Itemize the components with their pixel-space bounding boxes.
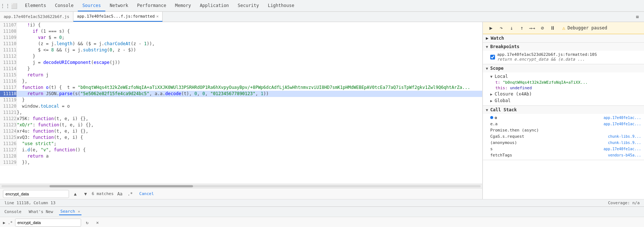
resume-button[interactable]: ▶ bbox=[487, 24, 495, 32]
step-button[interactable]: →→ bbox=[528, 24, 536, 32]
breakpoints-arrow: ▼ bbox=[486, 45, 488, 49]
tab-sources[interactable]: Sources bbox=[78, 0, 105, 11]
line-number: 11112 bbox=[0, 53, 17, 60]
call-stack-content: o app.17e40fe1ac... e.a app.17e40fe1ac..… bbox=[483, 114, 644, 160]
dock-icon[interactable]: ⋮⋮ bbox=[1, 2, 9, 10]
active-frame-dot bbox=[490, 116, 493, 119]
call-stack-item[interactable]: CgaS.s.request chunk-libs.9... bbox=[490, 133, 641, 140]
call-stack-file: chunk-libs.9... bbox=[608, 141, 641, 145]
table-row: 11112 } bbox=[0, 53, 482, 60]
window-icon[interactable]: ⬜ bbox=[10, 2, 18, 10]
scope-val-t: "b0nqtWHqs4t32kZeWEzfoNqIA+aTiXX... bbox=[503, 80, 588, 85]
bottom-tab-search[interactable]: Search ✕ bbox=[59, 208, 82, 215]
line-code: (z = j.length) && ($ = j.charCodeAt(z - … bbox=[17, 41, 482, 47]
split-view-icon[interactable]: ⊞ bbox=[634, 13, 641, 21]
panel-scrollable[interactable]: ▶ Watch ▼ Breakpoints app.17e40fe1ac523d… bbox=[483, 34, 644, 199]
line-number: 11122 bbox=[0, 116, 17, 122]
tab-network[interactable]: Network bbox=[105, 0, 133, 11]
local-vars: t: "b0nqtWHqs4t32kZeWEzfoNqIA+aTiXX... t… bbox=[490, 80, 641, 91]
global-header[interactable]: ▶ Global bbox=[490, 97, 641, 104]
scope-key-t: t: bbox=[495, 80, 500, 85]
local-header[interactable]: ▼ Local bbox=[490, 73, 641, 80]
bottom-tab-whats-new[interactable]: What's New bbox=[27, 209, 54, 215]
search-refresh-button[interactable]: ↻ bbox=[83, 219, 91, 227]
bottom-tabs: Console What's New Search ✕ bbox=[0, 206, 644, 217]
right-panel: ▶ ↷ ↓ ↑ →→ ⊘ ⏸ ⚠ Debugger paused ▶ Watch bbox=[483, 22, 644, 199]
call-stack-header[interactable]: ▼ Call Stack bbox=[483, 106, 644, 114]
call-stack-item[interactable]: (anonymous) chunk-libs.9... bbox=[490, 140, 641, 146]
local-label: Local bbox=[495, 74, 508, 79]
line-code: xvQ3: function(t, e, i) { bbox=[17, 134, 482, 141]
bottom-tab-console[interactable]: Console bbox=[3, 209, 23, 215]
watch-section-header[interactable]: ▶ Watch bbox=[483, 34, 644, 43]
breakpoint-condition: return e.encrypt_data && (e.data ... bbox=[497, 57, 597, 62]
search-tab-close[interactable]: ✕ bbox=[78, 209, 80, 213]
line-code: !i) { bbox=[17, 22, 482, 28]
file-tab-close-icon[interactable]: ✕ bbox=[156, 14, 159, 19]
tab-security[interactable]: Security bbox=[233, 0, 263, 11]
line-code: "xO/r": function(t, e, i) {}, bbox=[17, 122, 482, 128]
table-row: 11116 }, bbox=[0, 78, 482, 84]
case-sensitive-button[interactable]: Aa bbox=[116, 190, 124, 198]
line-number: 11117 bbox=[0, 84, 17, 91]
tab-application[interactable]: Application bbox=[195, 0, 233, 11]
breakpoint-file: app.17e40fe1ac523d622b6f.js:formatted:10… bbox=[497, 52, 597, 57]
tab-performance[interactable]: Performance bbox=[133, 0, 171, 11]
code-scroll[interactable]: 11107 !i) { 11108 if (1 === s) { 11109 bbox=[0, 22, 482, 184]
file-tab-formatted-label: app.17e40fe1ac5...f.js:formatted bbox=[77, 14, 155, 19]
call-stack-item[interactable]: fetchTags vendors-b45a... bbox=[490, 152, 641, 158]
cancel-find-button[interactable]: Cancel bbox=[137, 191, 157, 197]
call-stack-item[interactable]: Promise.then (async) bbox=[490, 127, 641, 133]
pause-on-exceptions-button[interactable]: ⏸ bbox=[548, 24, 557, 32]
line-number: 11115 bbox=[0, 72, 17, 78]
scope-header[interactable]: ▼ Scope bbox=[483, 64, 644, 72]
tab-console[interactable]: Console bbox=[51, 0, 78, 11]
deactivate-breakpoints-button[interactable]: ⊘ bbox=[538, 24, 547, 32]
search-panel: ▶ .* ↻ ✕ bbox=[0, 217, 644, 227]
local-arrow: ▼ bbox=[490, 75, 492, 79]
file-tab-formatted[interactable]: app.17e40fe1ac5...f.js:formatted ✕ bbox=[73, 12, 163, 22]
line-number: 11113 bbox=[0, 60, 17, 66]
line-code: }, bbox=[17, 109, 482, 116]
tab-elements[interactable]: Elements bbox=[21, 0, 51, 11]
line-number: 11125 bbox=[0, 134, 17, 141]
regex-button[interactable]: .* bbox=[126, 190, 134, 198]
find-input[interactable] bbox=[3, 190, 69, 198]
table-row: 11121 }, bbox=[0, 109, 482, 116]
line-number: 11126 bbox=[0, 141, 17, 147]
line-code: }, bbox=[17, 78, 482, 84]
scope-section: ▼ Scope ▼ Local t: "b0nqtWHqs4t32kZeWEzf… bbox=[483, 64, 644, 106]
call-stack-item[interactable]: s app.17e40fe1ac... bbox=[490, 146, 641, 152]
search-clear-button[interactable]: ✕ bbox=[94, 219, 102, 227]
step-into-button[interactable]: ↓ bbox=[507, 24, 516, 32]
call-stack-file: chunk-libs.9... bbox=[608, 134, 641, 138]
line-code: }), bbox=[17, 159, 482, 166]
breakpoint-item: app.17e40fe1ac523d622b6f.js:formatted:10… bbox=[490, 51, 641, 62]
table-row: 11111 $ <= 8 && (j = j.substring(0, z - … bbox=[0, 47, 482, 53]
step-over-button[interactable]: ↷ bbox=[497, 24, 506, 32]
search-input[interactable] bbox=[15, 219, 81, 227]
call-stack-name: Promise.then (async) bbox=[490, 128, 539, 133]
closure-header[interactable]: ▶ Closure (x4Ab) bbox=[490, 91, 641, 97]
table-row: 11110 (z = j.length) && ($ = j.charCodeA… bbox=[0, 41, 482, 47]
table-row: 11123 "xO/r": function(t, e, i) {}, bbox=[0, 122, 482, 128]
step-out-button[interactable]: ↑ bbox=[517, 24, 526, 32]
breakpoint-checkbox[interactable] bbox=[490, 55, 495, 60]
table-row: 11124 xr4u: function(t, e, i) {}, bbox=[0, 128, 482, 134]
call-stack-item[interactable]: e.a app.17e40fe1ac... bbox=[490, 121, 641, 127]
match-prev-button[interactable]: ▲ bbox=[71, 190, 79, 198]
tab-memory[interactable]: Memory bbox=[171, 0, 195, 11]
line-code: } bbox=[17, 66, 482, 72]
horizontal-scrollbar[interactable] bbox=[0, 184, 482, 188]
table-row: 11115 return j bbox=[0, 72, 482, 78]
breakpoints-label: Breakpoints bbox=[490, 44, 519, 49]
call-stack-item[interactable]: o app.17e40fe1ac... bbox=[490, 115, 641, 121]
tab-lighthouse[interactable]: Lighthouse bbox=[263, 0, 299, 11]
scroll-thumb[interactable] bbox=[50, 185, 193, 187]
file-tab-minified[interactable]: app.17e40fe1ac523d622b6f.js bbox=[0, 12, 73, 22]
breakpoints-header[interactable]: ▼ Breakpoints bbox=[483, 43, 644, 51]
match-next-button[interactable]: ▼ bbox=[81, 190, 90, 198]
line-number: 11127 bbox=[0, 147, 17, 153]
line-number: 11123 bbox=[0, 122, 17, 128]
scope-key-this: this: bbox=[495, 86, 507, 90]
